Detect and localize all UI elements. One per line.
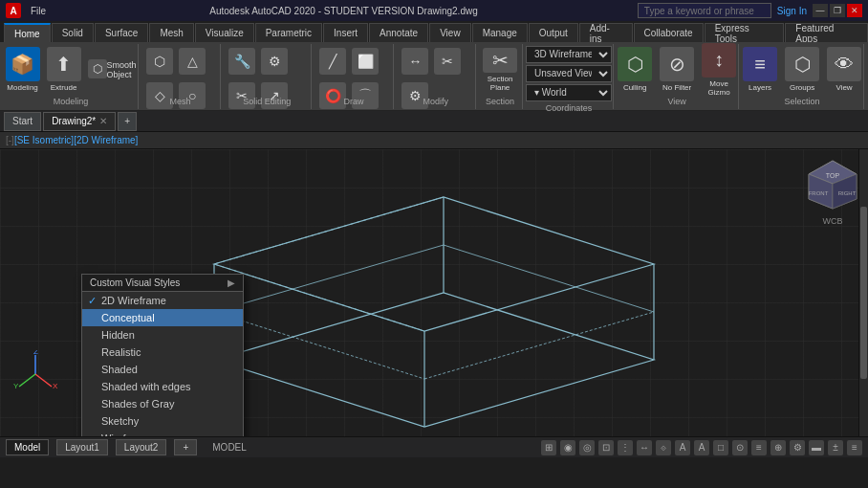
scrollbar-vertical[interactable] xyxy=(858,149,868,436)
mesh-btn-1[interactable]: ⬡ xyxy=(144,46,175,78)
menu-file[interactable]: File xyxy=(27,6,50,16)
ribbon-panel: 📦 Modeling ⬆ Extrude ⬡ SmoothObject Mode… xyxy=(0,42,868,111)
layout1-tab[interactable]: Layout1 xyxy=(56,439,108,455)
layout2-tab[interactable]: Layout2 xyxy=(116,439,167,455)
status-dyn-icon[interactable]: A xyxy=(675,440,690,455)
add-layout-button[interactable]: + xyxy=(174,439,197,455)
no-filter-button[interactable]: ⊘ No Filter xyxy=(658,45,696,94)
svg-line-7 xyxy=(444,245,654,312)
ctx-item-shades-of-gray[interactable]: Shades of Gray xyxy=(82,395,243,412)
status-lw-icon[interactable]: A xyxy=(694,440,709,455)
ctx-item-realistic[interactable]: Realistic xyxy=(82,344,243,361)
culling-button[interactable]: ⬡ Culling xyxy=(616,45,654,94)
unsaved-view-combo[interactable]: Unsaved View xyxy=(526,65,612,82)
ctx-item-wireframe[interactable]: Wireframe xyxy=(82,430,243,436)
window-title: Autodesk AutoCAD 2020 - STUDENT VERSION … xyxy=(50,6,638,16)
selection-group-label: Selection xyxy=(785,97,820,107)
restore-button[interactable]: ❐ xyxy=(830,4,845,17)
tab-output[interactable]: Output xyxy=(529,23,578,42)
box-icon: 📦 xyxy=(6,47,40,81)
status-tp-icon[interactable]: □ xyxy=(713,440,728,455)
sign-in-button[interactable]: Sign In xyxy=(777,6,807,16)
status-polar-icon[interactable]: ⊡ xyxy=(598,440,614,455)
ribbon-group-mesh: ⬡ △ ◇ ○ ⬢ ⊕ Mesh xyxy=(141,44,221,109)
ctx-item-shaded-with-edges[interactable]: Shaded with edges xyxy=(82,378,243,395)
ctx-item-hidden[interactable]: Hidden xyxy=(82,326,243,344)
drawing2-tab[interactable]: Drawing2* ✕ xyxy=(43,112,116,131)
close-button[interactable]: ✕ xyxy=(847,4,862,17)
status-ucs-icon[interactable]: ⟐ xyxy=(656,440,671,455)
modify-btn-2[interactable]: ✂ xyxy=(432,46,463,78)
tab-home[interactable]: Home xyxy=(4,23,51,42)
status-track-icon[interactable]: ↔ xyxy=(637,440,652,455)
modify-btn-1[interactable]: ↔ xyxy=(400,46,430,78)
2d-wireframe-label[interactable]: [2D Wireframe] xyxy=(74,135,138,145)
status-snap-icon[interactable]: ◉ xyxy=(560,440,575,455)
status-workspace-icon[interactable]: ▬ xyxy=(809,440,824,455)
status-settings-icon[interactable]: ⚙ xyxy=(790,440,805,455)
model-tab[interactable]: Model xyxy=(6,439,49,455)
smooth-icon: ⬡ xyxy=(88,59,107,78)
scrollbar-thumb[interactable] xyxy=(860,207,867,379)
extrude-button[interactable]: ⬆ Extrude xyxy=(45,45,83,94)
svg-line-21 xyxy=(35,374,52,387)
keyword-search[interactable] xyxy=(638,3,771,18)
status-ortho-icon[interactable]: ◎ xyxy=(579,440,595,455)
status-lockui-icon[interactable]: ± xyxy=(828,440,843,455)
tab-insert[interactable]: Insert xyxy=(323,23,368,42)
ctx-item-2d-wireframe[interactable]: ✓ 2D Wireframe xyxy=(82,292,243,309)
tab-addins[interactable]: Add-ins xyxy=(579,23,633,42)
solid-editing-group-label: Solid Editing xyxy=(243,97,291,107)
mesh-btn-2[interactable]: △ xyxy=(177,46,207,78)
tab-annotate[interactable]: Annotate xyxy=(369,23,428,42)
layers-button[interactable]: ≡ Layers xyxy=(741,45,779,94)
svg-text:X: X xyxy=(53,382,58,390)
status-sel-icon[interactable]: ⊙ xyxy=(732,440,748,455)
box-button[interactable]: 📦 Modeling xyxy=(4,45,42,94)
tab-visualize[interactable]: Visualize xyxy=(195,23,254,42)
draw-btn-1[interactable]: ╱ xyxy=(317,46,348,78)
status-menu-icon[interactable]: ≡ xyxy=(847,440,862,455)
tab-manage[interactable]: Manage xyxy=(472,23,528,42)
minimize-button[interactable]: — xyxy=(813,4,828,17)
world-combo[interactable]: ▾ World xyxy=(526,84,612,101)
groups-button[interactable]: ⬡ Groups xyxy=(783,45,821,94)
modify-group-label: Modify xyxy=(423,97,449,107)
tab-solid[interactable]: Solid xyxy=(52,23,94,42)
close-drawing-icon[interactable]: ✕ xyxy=(99,116,107,126)
3d-view-combo[interactable]: 3D Wireframe xyxy=(526,46,612,63)
se-isometric-label[interactable]: [SE Isometric] xyxy=(14,135,74,145)
status-grid-icon[interactable]: ⊞ xyxy=(541,440,556,455)
tab-parametric[interactable]: Parametric xyxy=(255,23,322,42)
smooth-object-button[interactable]: ⬡ SmoothObject xyxy=(86,57,139,82)
ctx-item-conceptual[interactable]: Conceptual xyxy=(82,309,243,326)
tab-view[interactable]: View xyxy=(429,23,471,42)
section-plane-button[interactable]: ✂ SectionPlane xyxy=(481,46,519,94)
status-snap2-icon[interactable]: ⋮ xyxy=(618,440,633,455)
tab-featuredapps[interactable]: Featured Apps xyxy=(785,23,868,42)
draw-icon-1: ╱ xyxy=(319,48,346,75)
viewport-area[interactable]: Custom Visual Styles ▶ ✓ 2D Wireframe Co… xyxy=(0,149,868,436)
ctx-item-sketchy[interactable]: Sketchy xyxy=(82,412,243,430)
viewcube[interactable]: TOP FRONT RIGHT WCB xyxy=(805,157,860,212)
tab-mesh[interactable]: Mesh xyxy=(149,23,193,42)
modify-icon-2: ✂ xyxy=(434,48,461,75)
solid-edit-btn-2[interactable]: ⚙ xyxy=(259,46,290,78)
extrude-icon: ⬆ xyxy=(47,47,81,81)
start-tab[interactable]: Start xyxy=(4,112,41,131)
solid-edit-btn-1[interactable]: 🔧 xyxy=(227,46,257,78)
tab-expresstools[interactable]: Express Tools xyxy=(705,23,785,42)
status-ws-icon[interactable]: ⊕ xyxy=(770,440,786,455)
view-button[interactable]: 👁 View xyxy=(825,45,863,94)
draw-btn-2[interactable]: ⬜ xyxy=(350,46,380,78)
tab-collaborate[interactable]: Collaborate xyxy=(634,23,704,42)
new-tab-button[interactable]: + xyxy=(118,112,137,131)
svg-line-23 xyxy=(19,374,35,387)
ctx-item-shaded[interactable]: Shaded xyxy=(82,361,243,378)
view-icon: 👁 xyxy=(827,47,861,81)
svg-marker-1 xyxy=(214,197,654,331)
move-gizmo-button[interactable]: ↕ MoveGizmo xyxy=(700,41,738,99)
modeling-group-label: Modeling xyxy=(54,97,89,107)
tab-surface[interactable]: Surface xyxy=(95,23,148,42)
status-anno-icon[interactable]: ≡ xyxy=(751,440,767,455)
